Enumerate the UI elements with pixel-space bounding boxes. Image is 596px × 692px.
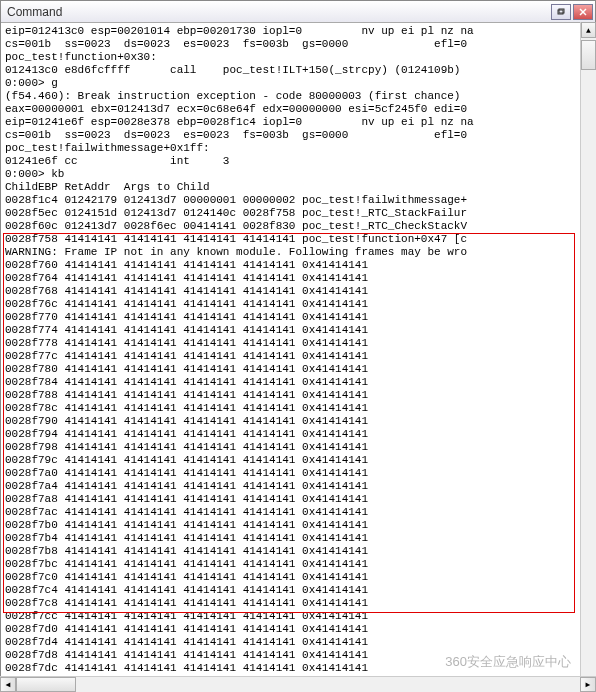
scroll-thumb-vertical[interactable] xyxy=(581,40,596,70)
scroll-right-button[interactable]: ▶ xyxy=(580,677,596,692)
horizontal-scrollbar[interactable]: ◀ ▶ xyxy=(0,676,596,692)
title-bar: Command xyxy=(1,1,595,23)
vertical-scrollbar[interactable]: ▲ xyxy=(580,22,596,676)
command-output-area[interactable]: eip=012413c0 esp=00201014 ebp=00201730 i… xyxy=(1,23,595,675)
restore-icon xyxy=(557,8,565,16)
restore-button[interactable] xyxy=(551,4,571,20)
scroll-track-horizontal xyxy=(16,677,580,692)
close-button[interactable] xyxy=(573,4,593,20)
scroll-thumb-horizontal[interactable] xyxy=(16,677,76,692)
watermark: 360安全应急响应中心 xyxy=(445,653,571,671)
command-output-text: eip=012413c0 esp=00201014 ebp=00201730 i… xyxy=(1,23,595,675)
scroll-left-button[interactable]: ◀ xyxy=(0,677,16,692)
window-title: Command xyxy=(7,5,549,19)
scroll-up-button[interactable]: ▲ xyxy=(581,22,596,38)
close-icon xyxy=(579,8,587,16)
